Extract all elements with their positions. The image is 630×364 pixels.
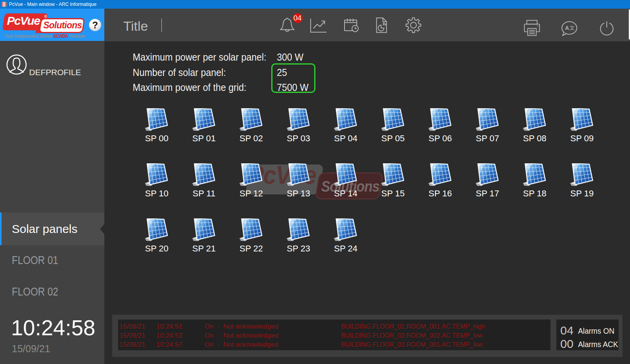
svg-text:文: 文 [570, 25, 575, 31]
svg-text:A: A [565, 25, 569, 31]
svg-text:04: 04 [293, 14, 302, 22]
